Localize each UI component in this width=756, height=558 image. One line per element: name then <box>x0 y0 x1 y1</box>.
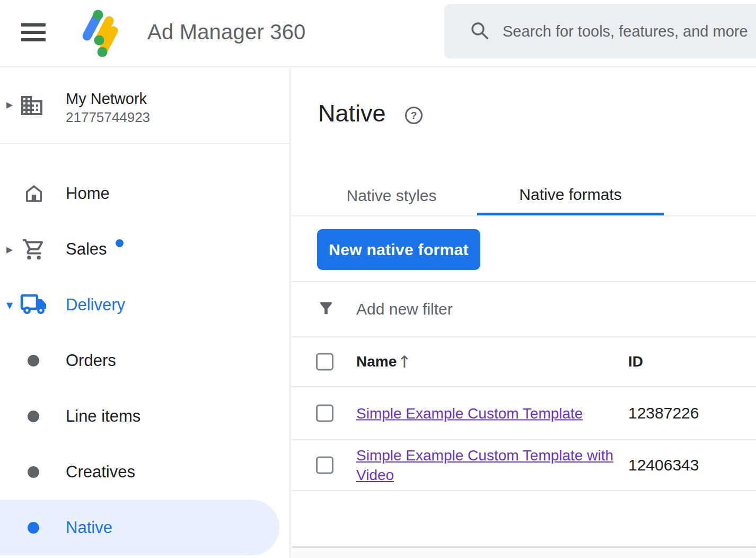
sidebar-item-label: Home <box>66 184 110 203</box>
network-selector[interactable]: ▸ My Network 21775744923 <box>0 68 289 143</box>
column-header-id[interactable]: ID <box>628 353 643 370</box>
add-filter-label: Add new filter <box>356 300 453 318</box>
app-title: Ad Manager 360 <box>147 19 306 45</box>
divider <box>292 215 756 216</box>
format-name-link[interactable]: Simple Example Custom Template with Vide… <box>356 447 613 483</box>
hamburger-menu-icon[interactable] <box>21 23 47 43</box>
sidebar-item-label: Sales <box>66 240 124 259</box>
main-content: Native ? Native styles Native formats Ne… <box>292 68 756 558</box>
network-name: My Network <box>66 90 147 108</box>
table-header-row: Name ↑ ID <box>292 337 756 386</box>
network-expand-icon[interactable]: ▸ <box>6 98 13 111</box>
format-name-cell: Simple Example Custom Template <box>356 404 621 423</box>
format-id: 12406343 <box>628 456 699 474</box>
row-checkbox[interactable] <box>316 405 333 422</box>
shopping-cart-icon <box>19 221 49 277</box>
ad-manager-window: Ad Manager 360 ▸ My Network 21775744923 <box>0 0 756 558</box>
page-title: Native <box>318 99 386 128</box>
sidebar-item-line-items[interactable]: Line items <box>0 388 289 444</box>
format-name-cell: Simple Example Custom Template with Vide… <box>356 446 621 485</box>
sidebar-item-label: Native <box>66 518 112 537</box>
sidebar-item-delivery[interactable]: ▾ Delivery <box>0 277 289 333</box>
column-header-name[interactable]: Name <box>356 353 397 370</box>
divider <box>292 490 756 491</box>
filter-funnel-icon <box>317 298 335 320</box>
sidebar-item-creatives[interactable]: Creatives <box>0 444 289 500</box>
bullet-icon <box>28 466 39 478</box>
bullet-icon <box>28 411 39 422</box>
sidebar-item-label: Creatives <box>66 463 135 482</box>
sort-ascending-icon[interactable]: ↑ <box>398 352 411 371</box>
help-icon[interactable]: ? <box>405 107 423 124</box>
sidebar-item-native[interactable]: Native <box>0 500 279 555</box>
bullet-icon <box>28 355 39 367</box>
sidebar-item-sales[interactable]: ▸ Sales <box>0 221 289 277</box>
row-checkbox[interactable] <box>316 457 333 474</box>
expand-down-icon[interactable]: ▾ <box>6 299 13 311</box>
building-icon <box>19 93 45 120</box>
table-row: Simple Example Custom Template 12387226 <box>292 387 756 439</box>
sidebar-item-label: Orders <box>66 351 116 370</box>
sidebar-item-home[interactable]: Home <box>0 165 289 221</box>
search-box[interactable] <box>444 4 756 58</box>
top-bar: Ad Manager 360 <box>0 0 756 67</box>
tab-native-styles[interactable]: Native styles <box>317 176 466 215</box>
format-name-link[interactable]: Simple Example Custom Template <box>356 405 583 422</box>
search-input[interactable] <box>503 23 756 40</box>
add-filter-bar[interactable]: Add new filter <box>292 282 756 336</box>
notification-dot <box>116 239 124 247</box>
table-footer-area <box>292 548 756 558</box>
format-id: 12387226 <box>628 404 699 422</box>
network-id: 21775744923 <box>66 109 150 126</box>
ad-manager-logo-icon <box>78 6 127 60</box>
select-all-checkbox[interactable] <box>316 353 333 371</box>
delivery-truck-icon <box>19 277 49 333</box>
divider <box>0 143 289 144</box>
sidebar-item-label: Line items <box>66 407 140 426</box>
home-icon <box>19 165 49 221</box>
bullet-icon <box>28 522 39 534</box>
table-row: Simple Example Custom Template with Vide… <box>292 440 756 490</box>
sidebar: ▸ My Network 21775744923 Home ▸ <box>0 68 291 558</box>
search-icon <box>469 20 490 43</box>
sidebar-item-orders[interactable]: Orders <box>0 333 289 388</box>
expand-right-icon[interactable]: ▸ <box>6 243 13 256</box>
tab-native-formats[interactable]: Native formats <box>477 176 664 215</box>
new-native-format-button[interactable]: New native format <box>317 229 480 270</box>
sidebar-item-label: Delivery <box>66 295 125 315</box>
